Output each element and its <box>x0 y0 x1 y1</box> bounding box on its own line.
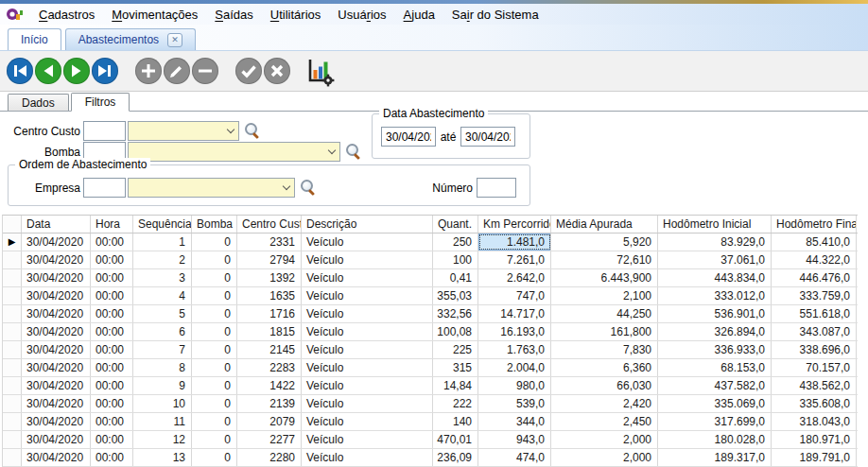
grid-cell[interactable]: 222 <box>433 395 478 412</box>
grid-cell[interactable]: 00:00 <box>91 395 133 412</box>
grid-cell[interactable]: 2283 <box>237 359 302 376</box>
grid-cell[interactable]: 0,41 <box>433 269 478 286</box>
grid-cell[interactable]: 747,0 <box>478 287 551 304</box>
grid-cell[interactable]: 68.153,0 <box>658 359 772 376</box>
grid-column-header-media-apurada[interactable]: Média Apurada <box>551 216 658 233</box>
grid-cell[interactable]: 437.582,0 <box>658 377 772 394</box>
grid-cell[interactable]: 2,000 <box>551 431 658 448</box>
grid-cell[interactable]: 225 <box>433 341 478 358</box>
row-selector-cell[interactable] <box>3 269 22 286</box>
grid-cell[interactable]: 0 <box>192 251 237 268</box>
grid-cell[interactable]: 474,0 <box>478 449 551 466</box>
menu-item-saidas[interactable]: Saídas <box>206 6 261 24</box>
grid-cell[interactable]: Veículo <box>302 413 433 430</box>
grid-cell[interactable]: 00:00 <box>91 323 133 340</box>
grid-cell[interactable]: 140 <box>433 413 478 430</box>
grid-column-header-centro-custo[interactable]: Centro Custo <box>237 216 302 233</box>
grid-cell[interactable]: 2794 <box>237 251 302 268</box>
grid-cell[interactable]: 30/04/2020 <box>22 413 91 430</box>
grid-cell[interactable]: 30/04/2020 <box>22 305 91 322</box>
grid-cell[interactable]: Veículo <box>302 359 433 376</box>
grid-cell[interactable]: 0 <box>192 323 237 340</box>
grid-cell[interactable]: 336.933,0 <box>658 341 772 358</box>
centro-custo-code-input[interactable] <box>83 121 126 141</box>
view-tab-filtros[interactable]: Filtros <box>71 93 130 112</box>
grid-cell[interactable]: 326.894,0 <box>658 323 772 340</box>
date-from-input[interactable] <box>381 127 436 147</box>
menu-item-ajuda[interactable]: Ajuda <box>395 6 443 24</box>
grid-cell[interactable]: 10 <box>133 395 192 412</box>
nav-next-button[interactable] <box>63 58 90 84</box>
grid-cell[interactable]: 30/04/2020 <box>22 449 91 466</box>
grid-cell[interactable]: 16.193,0 <box>478 323 551 340</box>
grid-cell[interactable]: Veículo <box>302 377 433 394</box>
grid-cell[interactable]: 37.061,0 <box>658 251 772 268</box>
grid-cell[interactable]: 30/04/2020 <box>22 341 91 358</box>
row-selector-cell[interactable] <box>3 395 22 412</box>
grid-cell[interactable]: 6 <box>133 323 192 340</box>
grid-cell[interactable]: Veículo <box>302 449 433 466</box>
grid-cell[interactable]: 2.004,0 <box>478 359 551 376</box>
grid-cell[interactable]: 2,100 <box>551 287 658 304</box>
grid-cell[interactable]: 30/04/2020 <box>22 234 91 251</box>
grid-cell[interactable]: 2079 <box>237 413 302 430</box>
grid-cell[interactable]: 355,03 <box>433 287 478 304</box>
row-selector-cell[interactable] <box>3 377 22 394</box>
grid-cell[interactable]: 317.699,0 <box>658 413 772 430</box>
date-to-input[interactable] <box>460 127 515 147</box>
grid-cell[interactable]: 1 <box>133 234 192 251</box>
grid-cell[interactable]: 2280 <box>237 449 302 466</box>
grid-cell[interactable]: 30/04/2020 <box>22 431 91 448</box>
grid-cell[interactable]: 7.261,0 <box>478 251 551 268</box>
grid-cell[interactable]: 4 <box>133 287 192 304</box>
grid-column-header-sequencia[interactable]: Sequência <box>133 216 192 233</box>
grid-cell[interactable]: 1635 <box>237 287 302 304</box>
grid-cell[interactable]: 2,000 <box>551 449 658 466</box>
grid-cell[interactable]: 2 <box>133 251 192 268</box>
cancel-button[interactable] <box>264 58 290 84</box>
grid-column-header-hora[interactable]: Hora <box>91 216 133 233</box>
nav-last-button[interactable] <box>92 58 118 84</box>
grid-cell[interactable]: 30/04/2020 <box>22 395 91 412</box>
grid-cell[interactable]: 30/04/2020 <box>22 251 91 268</box>
grid-cell[interactable]: 0 <box>192 234 237 251</box>
grid-cell[interactable]: 551.618,0 <box>772 305 857 322</box>
grid-cell[interactable]: 30/04/2020 <box>22 377 91 394</box>
grid-cell[interactable]: 343.087,0 <box>772 323 857 340</box>
grid-cell[interactable]: 180.971,0 <box>772 431 857 448</box>
nav-previous-button[interactable] <box>35 58 61 84</box>
grid-cell[interactable]: 7 <box>133 341 192 358</box>
grid-cell[interactable]: 30/04/2020 <box>22 323 91 340</box>
grid-column-header-descricao[interactable]: Descrição <box>302 216 433 233</box>
grid-cell[interactable]: 6.443,900 <box>551 269 658 286</box>
grid-cell[interactable]: 66,030 <box>551 377 658 394</box>
grid-cell[interactable]: 344,0 <box>478 413 551 430</box>
grid-cell[interactable]: 2,450 <box>551 413 658 430</box>
grid-cell[interactable]: Veículo <box>302 431 433 448</box>
grid-cell[interactable]: 443.834,0 <box>658 269 772 286</box>
menu-item-utilitarios[interactable]: Utilitários <box>262 6 329 24</box>
grid-cell[interactable]: 9 <box>133 377 192 394</box>
grid-cell[interactable]: 0 <box>192 341 237 358</box>
grid-cell[interactable]: 00:00 <box>91 251 133 268</box>
menu-item-usuarios[interactable]: Usuários <box>329 6 394 24</box>
grid-cell[interactable]: 536.901,0 <box>658 305 772 322</box>
grid-cell[interactable]: 1716 <box>237 305 302 322</box>
grid-cell[interactable]: 2.642,0 <box>478 269 551 286</box>
row-selector-cell[interactable] <box>3 449 22 466</box>
tab-close-icon[interactable]: ✕ <box>167 33 182 47</box>
grid-column-header-bomba[interactable]: Bomba <box>192 216 237 233</box>
grid-cell[interactable]: 14.717,0 <box>478 305 551 322</box>
row-selector-cell[interactable] <box>3 287 22 304</box>
grid-cell[interactable]: 0 <box>192 359 237 376</box>
empresa-search-icon[interactable] <box>301 180 317 196</box>
grid-cell[interactable]: 30/04/2020 <box>22 269 91 286</box>
grid-cell[interactable]: 00:00 <box>91 413 133 430</box>
grid-column-header-quant-[interactable]: Quant. <box>433 216 478 233</box>
grid-cell[interactable]: 189.317,0 <box>658 449 772 466</box>
grid-cell[interactable]: 338.696,0 <box>772 341 857 358</box>
grid-cell[interactable]: 236,09 <box>433 449 478 466</box>
grid-cell[interactable]: 8 <box>133 359 192 376</box>
grid-cell[interactable]: 2,420 <box>551 395 658 412</box>
grid-cell[interactable]: 00:00 <box>91 431 133 448</box>
